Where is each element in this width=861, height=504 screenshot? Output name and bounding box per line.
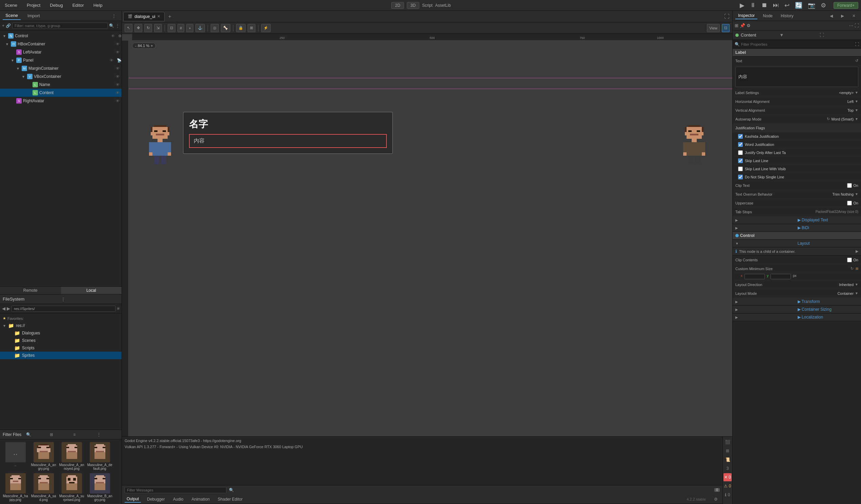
side-btn-info[interactable]: ℹ 0 (724, 491, 732, 499)
lock-tool[interactable]: 🔒 (236, 24, 246, 32)
file-item-annoyed[interactable]: Masculine_A_annoyed.png (59, 442, 84, 471)
tab-output[interactable]: Output (125, 496, 141, 503)
bones-tool[interactable]: 🦴 (221, 24, 230, 32)
messages-search-button[interactable]: 🔍 (229, 488, 234, 492)
file-item-angry[interactable]: Masculine_A_angry.png (31, 442, 56, 471)
side-btn-error[interactable]: ✕ 0 (724, 473, 732, 481)
v-align-value[interactable]: Top ▼ (798, 108, 859, 112)
visibility-icon[interactable]: 👁 (116, 99, 120, 103)
reset-icon[interactable]: ↻ (850, 266, 853, 271)
tree-item-margincontainer[interactable]: ▼ M MarginContainer 👁 (0, 64, 122, 72)
h-align-value[interactable]: Left ▼ (798, 99, 859, 103)
view-button[interactable]: View (707, 24, 720, 32)
layout-section-header[interactable]: ▼ Layout (733, 240, 861, 248)
tab-add-button[interactable]: + (166, 14, 173, 19)
visibility-icon[interactable]: 👁 (111, 34, 115, 38)
fs-item-res[interactable]: ▼ 📁 res:// (0, 322, 122, 330)
tab-inspector[interactable]: Inspector (735, 13, 757, 19)
tab-history[interactable]: History (778, 13, 796, 19)
tree-item-panel[interactable]: ▼ P Panel 👁 📡 (0, 56, 122, 64)
skeleton-tool[interactable]: ⚡ (261, 24, 271, 32)
transform-header[interactable]: ▶ ▶ Transform (733, 298, 861, 306)
guide-tool[interactable]: + (186, 24, 193, 32)
inspector-expand[interactable]: ⛶ (855, 23, 859, 28)
tab-shader-editor[interactable]: Shader Editor (216, 496, 245, 502)
inspector-icon-1[interactable]: ⊞ (735, 23, 738, 28)
side-btn-output[interactable]: ⬛ (724, 438, 732, 446)
filter-expand-icon[interactable]: ⛶ (855, 42, 859, 47)
uppercase-checkbox[interactable] (847, 201, 852, 206)
side-btn-warning[interactable]: ⚠ 0 (724, 482, 732, 490)
tab-dialogue-ui[interactable]: 🎬 dialogue_ui ✕ (123, 12, 165, 21)
tab-local[interactable]: Local (61, 287, 122, 294)
tree-item-rightavatar[interactable]: ▶ S RightAvatar 👁 (0, 97, 122, 105)
file-item-up[interactable]: .. .. (3, 442, 28, 471)
content-expand[interactable]: ▼ (779, 32, 818, 38)
mode-assetlib-button[interactable]: AssetLib (435, 3, 451, 8)
fs-item-scripts[interactable]: 📁 Scripts (0, 344, 122, 352)
step-button[interactable]: ⏭ (771, 1, 781, 10)
visibility-icon[interactable]: 👁 (116, 91, 120, 95)
label-settings-value[interactable]: <empty> ▼ (798, 91, 859, 95)
visibility-icon[interactable]: 👁 (116, 83, 120, 87)
inspector-extra[interactable]: ⋯ (849, 23, 853, 28)
side-btn-counter[interactable]: 3 (724, 464, 732, 473)
fs-item-sprites[interactable]: 📁 Sprites (0, 352, 122, 359)
group-tool[interactable]: ⊞ (248, 24, 255, 32)
tab-remote[interactable]: Remote (0, 287, 61, 294)
file-grid-search[interactable]: 🔍 (26, 432, 48, 437)
smart-snap-tool[interactable]: ⊡ (168, 24, 176, 32)
tab-animation[interactable]: Animation (189, 496, 211, 502)
forward-plus-button[interactable]: Forward+ (834, 2, 858, 9)
pause-button[interactable]: ⏸ (748, 1, 758, 10)
side-btn-script[interactable]: 📜 (724, 456, 732, 464)
menu-help[interactable]: Help (92, 2, 105, 9)
tab-node[interactable]: Node (760, 13, 775, 19)
skip-last-line-checkbox[interactable] (738, 158, 743, 163)
localization-header[interactable]: ▶ ▶ Localization (733, 313, 861, 321)
anchor-tool[interactable]: ⚓ (195, 24, 205, 32)
settings-button[interactable]: ⚙ (819, 1, 828, 10)
scene-filter-input[interactable] (12, 23, 108, 29)
filter-properties-input[interactable] (741, 42, 855, 46)
extra-icon[interactable]: ⚙ (118, 34, 122, 38)
word-justification-checkbox[interactable] (738, 142, 743, 147)
fs-item-dialogues[interactable]: 📁 Dialogues (0, 330, 122, 337)
clip-text-checkbox[interactable] (847, 183, 852, 188)
text-overrun-value[interactable]: Trim Nothing ▼ (798, 192, 859, 196)
text-value-area[interactable]: 内容 (735, 67, 858, 87)
justify-after-checkbox[interactable] (738, 150, 743, 155)
bidi-header[interactable]: ▶ ▶ BiDi (733, 224, 861, 232)
tree-item-control[interactable]: ▼ N Control 👁 ⚙ (0, 32, 122, 40)
fs-layout-button[interactable]: ≡ (117, 306, 120, 311)
layout-mode-value[interactable]: Container ▼ (798, 291, 859, 295)
scene-panel-menu[interactable]: ⋮ (109, 12, 119, 19)
scene-filter-options[interactable]: ⋮ (115, 23, 120, 28)
filter-messages-input[interactable] (125, 487, 226, 493)
camera-button[interactable]: 📷 (806, 1, 817, 10)
content-more[interactable]: ⛶ (820, 32, 858, 38)
stop-button[interactable]: ⏹ (760, 1, 769, 10)
tab-close-button[interactable]: ✕ (157, 14, 160, 19)
mode-script-button[interactable]: Script (422, 3, 433, 8)
file-grid-menu[interactable]: ⋮ (97, 432, 119, 437)
zoom-out-button[interactable]: - (135, 44, 137, 48)
tab-import[interactable]: Import (25, 12, 43, 19)
inspector-icon-2[interactable]: 📌 (740, 23, 745, 28)
signal-icon[interactable]: 📡 (117, 58, 122, 62)
autowrap-value[interactable]: ↻ Word (Smart) ▼ (798, 117, 859, 121)
filesystem-menu[interactable]: ⋮ (61, 296, 119, 302)
visibility-icon[interactable]: 👁 (116, 42, 120, 46)
layout-direction-value[interactable]: Inherited ▼ (798, 283, 859, 287)
tree-item-vboxcontainer[interactable]: ▼ V VBoxContainer 👁 (0, 72, 122, 81)
file-item-default[interactable]: Masculine_A_default.png (87, 442, 112, 471)
container-sizing-header[interactable]: ▶ ▶ Container Sizing (733, 306, 861, 313)
visibility-icon[interactable]: 👁 (116, 74, 120, 79)
move-tool[interactable]: ✥ (135, 24, 142, 32)
kashida-checkbox[interactable] (738, 134, 743, 139)
skip-last-visib-checkbox[interactable] (738, 167, 743, 171)
fs-forward-button[interactable]: ▶ (7, 306, 10, 311)
visibility-icon[interactable]: 👁 (116, 50, 120, 54)
select-tool[interactable]: ↖ (125, 24, 133, 32)
tree-item-leftavatar[interactable]: ▶ S LeftAvatar 👁 (0, 48, 122, 56)
